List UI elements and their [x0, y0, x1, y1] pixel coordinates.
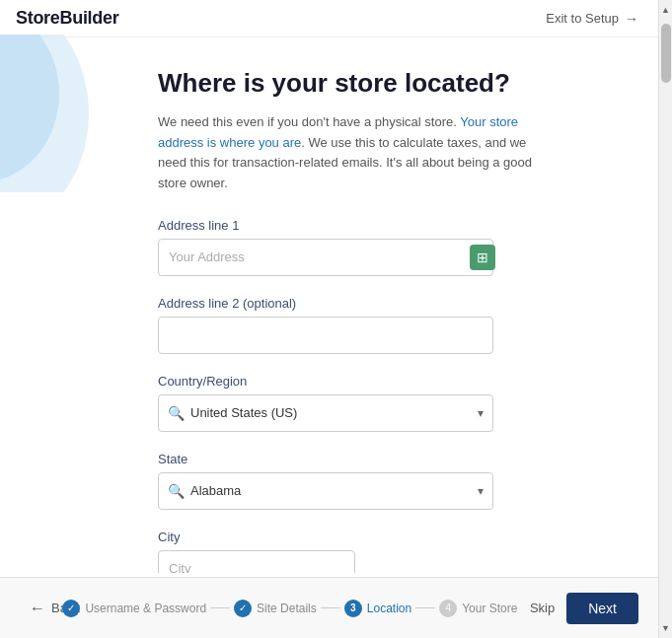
- breadcrumb-steps: ✓ Username & Password ✓ Site Details 3 L…: [50, 600, 530, 617]
- step2-icon: ✓: [234, 600, 252, 617]
- address1-input[interactable]: [158, 239, 493, 276]
- step4-icon: 4: [439, 600, 457, 617]
- address-tool-icon[interactable]: ⊞: [470, 245, 495, 270]
- step-location: 3 Location: [344, 600, 411, 617]
- state-select[interactable]: Alabama Alaska Arizona California New Yo…: [158, 472, 493, 510]
- page-title: Where is your store located?: [158, 67, 629, 101]
- step1-label: Username & Password: [85, 602, 206, 615]
- step1-icon: ✓: [62, 600, 80, 617]
- step2-label: Site Details: [257, 602, 317, 615]
- logo: StoreBuilder: [16, 8, 118, 29]
- exit-arrow-icon: →: [625, 11, 638, 27]
- address1-field-group: Address line 1 ⊞: [158, 218, 629, 276]
- address2-label: Address line 2 (optional): [158, 296, 629, 311]
- step-username-password: ✓ Username & Password: [62, 600, 206, 617]
- scrollbar-up-arrow[interactable]: ▲: [659, 0, 673, 20]
- step-separator-2: [321, 607, 340, 608]
- state-field-group: State 🔍 Alabama Alaska Arizona Californi…: [158, 452, 629, 510]
- scrollbar[interactable]: ▲ ▼: [658, 0, 672, 638]
- address1-label: Address line 1: [158, 218, 629, 233]
- step3-label: Location: [367, 602, 411, 615]
- city-label: City: [158, 530, 629, 544]
- step3-icon: 3: [344, 600, 362, 617]
- form-area: Where is your store located? We need thi…: [0, 37, 658, 573]
- footer-bar: ← Back ✓ Username & Password ✓ Site Deta…: [0, 577, 658, 638]
- exit-label: Exit to Setup: [546, 11, 619, 26]
- country-select[interactable]: United States (US) Canada United Kingdom: [158, 394, 493, 432]
- country-field-group: Country/Region 🔍 United States (US) Cana…: [158, 374, 629, 432]
- state-label: State: [158, 452, 629, 466]
- step4-label: Your Store: [462, 602, 517, 615]
- country-label: Country/Region: [158, 374, 629, 389]
- scrollbar-thumb[interactable]: [661, 24, 671, 83]
- step-separator-1: [210, 607, 230, 608]
- step-separator-3: [415, 607, 435, 608]
- page-description: We need this even if you don't have a ph…: [158, 112, 533, 194]
- description-highlight: Your store address is where you are.: [158, 114, 518, 150]
- scrollbar-down-arrow[interactable]: ▼: [659, 618, 673, 638]
- country-select-wrapper: 🔍 United States (US) Canada United Kingd…: [158, 394, 493, 432]
- address2-input[interactable]: [158, 317, 493, 354]
- next-button[interactable]: Next: [566, 593, 638, 624]
- city-field-group: City: [158, 530, 629, 573]
- back-arrow-icon: ←: [30, 600, 45, 617]
- step-your-store: 4 Your Store: [439, 600, 517, 617]
- state-select-wrapper: 🔍 Alabama Alaska Arizona California New …: [158, 472, 493, 510]
- step-site-details: ✓ Site Details: [234, 600, 317, 617]
- exit-to-setup-link[interactable]: Exit to Setup →: [546, 11, 638, 27]
- skip-button[interactable]: Skip: [530, 601, 555, 615]
- city-input[interactable]: [158, 550, 355, 573]
- address2-field-group: Address line 2 (optional): [158, 296, 629, 354]
- header: StoreBuilder Exit to Setup →: [0, 0, 658, 37]
- address1-wrapper: ⊞: [158, 239, 493, 276]
